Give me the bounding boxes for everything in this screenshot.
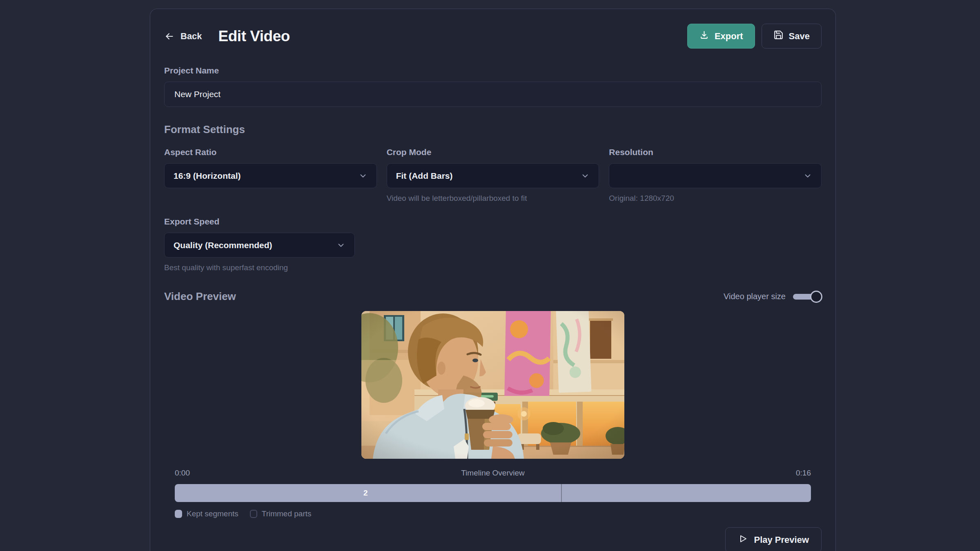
aspect-ratio-helper [164, 194, 377, 203]
crop-mode-label: Crop Mode [387, 147, 599, 157]
play-preview-label: Play Preview [754, 535, 809, 545]
crop-mode-value: Fit (Add Bars) [396, 171, 453, 181]
player-size-slider-thumb[interactable] [810, 291, 822, 303]
export-speed-helper: Best quality with superfast encoding [164, 263, 355, 272]
back-arrow-icon [164, 31, 175, 42]
player-size-label: Video player size [724, 292, 786, 301]
aspect-ratio-value: 16:9 (Horizontal) [174, 171, 241, 181]
export-button[interactable]: Export [687, 24, 755, 49]
timeline-section: 0:00 Timeline Overview 0:16 2 Kept segme… [175, 469, 811, 518]
export-speed-label: Export Speed [164, 217, 355, 227]
timeline-title: Timeline Overview [461, 469, 525, 478]
aspect-ratio-label: Aspect Ratio [164, 147, 377, 157]
project-name-label: Project Name [164, 66, 822, 76]
project-name-input[interactable] [164, 82, 822, 107]
aspect-ratio-field: Aspect Ratio 16:9 (Horizontal) [164, 147, 377, 203]
edit-video-panel: Back Edit Video Export Save Project Name… [150, 9, 836, 551]
export-speed-field: Export Speed Quality (Recommended) Best … [164, 217, 355, 272]
chevron-down-icon [359, 171, 368, 180]
crop-mode-field: Crop Mode Fit (Add Bars) Video will be l… [387, 147, 599, 203]
export-button-label: Export [715, 31, 743, 42]
legend-kept-segments: Kept segments [175, 509, 238, 518]
download-icon [699, 30, 709, 42]
export-speed-value: Quality (Recommended) [174, 240, 272, 250]
save-button-label: Save [789, 31, 810, 42]
resolution-field: Resolution Original: 1280x720 [609, 147, 822, 203]
resolution-select[interactable] [609, 163, 822, 188]
export-speed-select[interactable]: Quality (Recommended) [164, 233, 355, 258]
video-still-man-with-coffee [361, 311, 624, 459]
video-preview-heading: Video Preview [164, 290, 236, 303]
timeline-start-time: 0:00 [175, 469, 190, 478]
legend-trimmed-parts: Trimmed parts [250, 509, 312, 518]
crop-mode-helper: Video will be letterboxed/pillarboxed to… [387, 194, 599, 203]
crop-mode-select[interactable]: Fit (Add Bars) [387, 163, 599, 188]
header: Back Edit Video Export Save [164, 24, 822, 49]
back-button[interactable]: Back [164, 31, 202, 42]
aspect-ratio-select[interactable]: 16:9 (Horizontal) [164, 163, 377, 188]
timeline-overview-bar[interactable]: 2 [175, 484, 811, 502]
play-preview-button[interactable]: Play Preview [725, 527, 822, 551]
timeline-end-time: 0:16 [796, 469, 811, 478]
floppy-disk-icon [773, 30, 784, 42]
page-title: Edit Video [218, 28, 290, 45]
kept-segments-swatch-icon [175, 510, 182, 518]
back-label: Back [180, 31, 202, 42]
trimmed-parts-swatch-icon [250, 510, 257, 518]
resolution-helper: Original: 1280x720 [609, 194, 822, 203]
play-icon [738, 534, 748, 546]
video-preview-frame [361, 311, 624, 459]
chevron-down-icon [803, 171, 812, 180]
timeline-segment-label: 2 [363, 489, 368, 498]
chevron-down-icon [581, 171, 590, 180]
save-button[interactable]: Save [762, 24, 822, 49]
player-size-slider[interactable] [793, 291, 822, 303]
chevron-down-icon [336, 241, 345, 250]
format-settings-heading: Format Settings [164, 123, 822, 136]
resolution-label: Resolution [609, 147, 822, 157]
timeline-divider [561, 484, 562, 502]
